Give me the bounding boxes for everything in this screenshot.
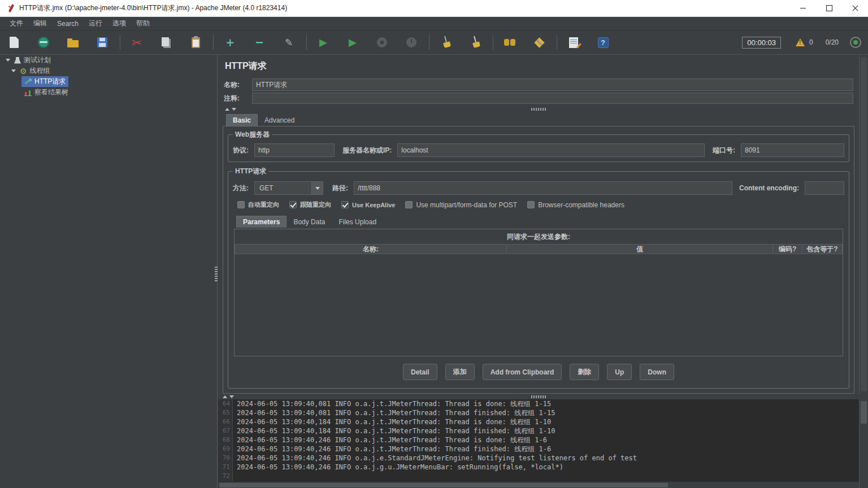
collapse-down-icon[interactable] <box>232 108 236 111</box>
log-vertical-scrollbar[interactable] <box>859 399 868 488</box>
checkbox-multipart[interactable]: Use multipart/form-data for POST <box>405 201 517 209</box>
minimize-button[interactable] <box>790 0 816 16</box>
protocol-label: 协议: <box>233 146 249 155</box>
checkbox-browser-headers[interactable]: Browser-compatible headers <box>527 201 624 209</box>
toolbar: ✂ ＋ − ✎ ▶ ▶ ? 00:00:03 ! 0 0/20 <box>0 30 868 55</box>
chevron-down-icon[interactable] <box>311 182 323 194</box>
tree-item-http-request[interactable]: HTTP请求 <box>0 76 217 87</box>
vertical-splitter[interactable] <box>215 267 218 281</box>
remove-icon[interactable]: − <box>252 35 267 50</box>
checkbox-follow-redirects[interactable]: 跟随重定向 <box>289 201 331 209</box>
tree-item-thread-group[interactable]: ⚙ 线程组 <box>0 66 217 76</box>
start-no-pauses-icon[interactable]: ▶ <box>345 35 360 50</box>
column-header-include-equals: 包含等于? <box>802 244 843 254</box>
checkbox-icon[interactable] <box>289 201 297 208</box>
tab-parameters[interactable]: Parameters <box>236 216 287 228</box>
checkbox-icon[interactable] <box>405 201 413 208</box>
tab-advanced[interactable]: Advanced <box>258 114 301 126</box>
toolbar-separator <box>120 35 120 50</box>
http-sampler-icon <box>24 78 32 85</box>
checkbox-use-keepalive[interactable]: Use KeepAlive <box>341 201 395 208</box>
search-icon[interactable] <box>502 35 517 50</box>
clear-icon[interactable] <box>439 35 453 50</box>
menu-options[interactable]: 选项 <box>107 17 131 30</box>
cut-icon[interactable]: ✂ <box>129 35 144 50</box>
menu-run[interactable]: 运行 <box>84 17 107 30</box>
tree-item-test-plan[interactable]: 测试计划 <box>0 55 217 66</box>
clear-all-icon[interactable] <box>468 35 483 50</box>
up-button[interactable]: Up <box>607 364 632 380</box>
templates-icon[interactable] <box>36 35 51 50</box>
tab-files-upload[interactable]: Files Upload <box>332 216 383 228</box>
log-horizontal-scrollbar[interactable] <box>218 481 859 488</box>
protocol-input[interactable] <box>254 143 335 157</box>
collapse-up-icon[interactable] <box>225 108 229 111</box>
menu-edit[interactable]: 编辑 <box>28 17 52 30</box>
delete-button[interactable]: 删除 <box>570 364 599 380</box>
menu-search[interactable]: Search <box>52 18 84 29</box>
search-reset-icon[interactable] <box>532 35 546 50</box>
toggle-icon[interactable]: ✎ <box>281 35 296 50</box>
port-input[interactable] <box>741 143 844 157</box>
editor-splitter[interactable] <box>223 106 854 113</box>
add-button[interactable]: 添加 <box>445 364 475 380</box>
close-button[interactable] <box>842 0 868 16</box>
scrollbar-thumb[interactable] <box>861 401 867 424</box>
log-line: 682024-06-05 13:09:40,246 INFO o.a.j.t.J… <box>218 435 859 445</box>
function-helper-icon[interactable] <box>566 35 581 50</box>
menu-file[interactable]: 文件 <box>5 17 28 30</box>
stop-icon[interactable] <box>375 35 389 50</box>
tab-body-data[interactable]: Body Data <box>287 216 332 228</box>
save-icon[interactable] <box>95 35 110 50</box>
paste-icon[interactable] <box>188 35 203 50</box>
checkbox-icon[interactable] <box>527 201 535 208</box>
path-label: 路径: <box>332 184 348 193</box>
comment-label: 注释: <box>224 94 246 103</box>
column-header-name: 名称: <box>235 244 507 254</box>
warning-icon[interactable]: ! <box>796 38 805 46</box>
comment-input[interactable] <box>252 93 853 104</box>
maximize-button[interactable] <box>816 0 842 16</box>
parameters-table-header: 名称: 值 编码? 包含等于? <box>235 244 843 254</box>
http-request-editor: HTTP请求 名称: 注释: Basic Advanced Web服务器 协议:… <box>218 55 859 394</box>
checkbox-icon[interactable] <box>237 201 245 208</box>
tree-item-view-results-tree[interactable]: 察看结果树 <box>0 87 217 98</box>
toolbar-separator <box>306 35 307 50</box>
help-icon[interactable]: ? <box>596 35 610 50</box>
copy-icon[interactable] <box>159 35 173 50</box>
add-from-clipboard-button[interactable]: Add from Clipboard <box>483 364 562 380</box>
splitter-grip[interactable] <box>531 395 546 398</box>
log-line: 652024-06-05 13:09:40,081 INFO o.a.j.t.J… <box>218 408 859 417</box>
log-splitter[interactable] <box>218 394 859 399</box>
start-icon[interactable]: ▶ <box>316 35 331 50</box>
detail-button[interactable]: Detail <box>403 364 437 380</box>
title-bar: HTTP请求.jmx (D:\apache-jmeter-4.0\bin\HTT… <box>0 0 868 17</box>
tab-basic[interactable]: Basic <box>226 114 258 126</box>
shutdown-icon[interactable] <box>404 35 419 50</box>
server-input[interactable] <box>397 143 705 157</box>
test-plan-tree: 测试计划 ⚙ 线程组 HTTP请求 察看结果树 <box>0 55 218 488</box>
editor-vertical-scrollbar[interactable] <box>859 55 868 394</box>
collapse-down-icon[interactable] <box>229 395 234 398</box>
method-select[interactable]: GET <box>254 181 323 195</box>
new-file-icon[interactable] <box>7 35 21 50</box>
menu-help[interactable]: 帮助 <box>131 17 155 30</box>
content-encoding-input[interactable] <box>805 181 844 195</box>
checkbox-icon[interactable] <box>341 201 349 208</box>
path-input[interactable] <box>354 181 732 195</box>
expander-icon[interactable] <box>10 69 17 72</box>
down-button[interactable]: Down <box>640 364 674 380</box>
add-icon[interactable]: ＋ <box>223 35 237 50</box>
test-duration: 00:00:03 <box>742 37 781 49</box>
scrollbar-thumb[interactable] <box>219 483 668 487</box>
checkbox-follow-redirects-auto[interactable]: 自动重定向 <box>237 201 279 209</box>
expander-icon[interactable] <box>5 59 11 62</box>
log-line: 662024-06-05 13:09:40,184 INFO o.a.j.t.J… <box>218 417 859 426</box>
collapse-up-icon[interactable] <box>223 395 227 398</box>
name-input[interactable] <box>252 79 853 91</box>
toolbar-separator <box>429 35 429 50</box>
parameters-table-body[interactable] <box>235 254 843 356</box>
scrollbar-thumb[interactable] <box>861 57 867 391</box>
splitter-grip[interactable] <box>531 108 546 111</box>
open-file-icon[interactable] <box>66 35 80 50</box>
